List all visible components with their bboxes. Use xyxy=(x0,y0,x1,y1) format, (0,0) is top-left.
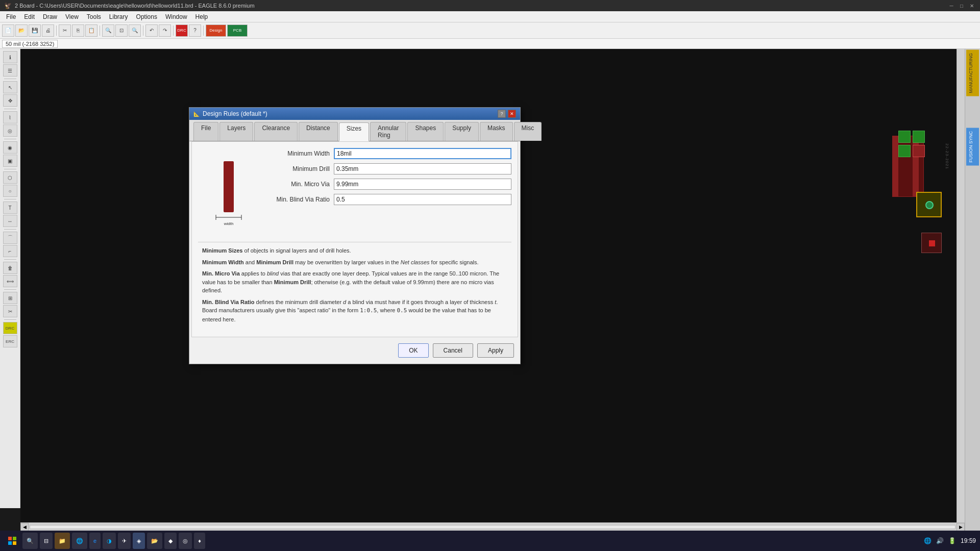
tab-distance[interactable]: Distance xyxy=(299,122,338,141)
menu-help[interactable]: Help xyxy=(191,12,212,21)
maximize-button[interactable]: □ xyxy=(958,2,966,10)
tool-smd[interactable]: ▣ xyxy=(3,155,17,167)
taskbar-eagle[interactable]: ◈ xyxy=(133,533,145,549)
sizes-illustration: width xyxy=(198,148,259,236)
horizontal-scrollbar[interactable]: ◀ ▶ xyxy=(20,522,965,531)
desc-line2: Minimum Width and Minimum Drill may be o… xyxy=(202,258,507,267)
toolbar-new[interactable]: 📄 xyxy=(2,24,14,37)
tool-drc[interactable]: DRC xyxy=(3,322,17,334)
toolbar-pcb-route[interactable]: PCB xyxy=(227,24,248,37)
sizes-panel: width Minimum Width Minimum Drill Min. M… xyxy=(198,148,511,236)
tool-mirror[interactable]: ⟺ xyxy=(3,275,17,287)
taskbar-extra1[interactable]: ◆ xyxy=(164,533,177,549)
taskbar-chrome[interactable]: 🌐 xyxy=(72,533,87,549)
apply-button[interactable]: Apply xyxy=(477,343,514,358)
menu-edit[interactable]: Edit xyxy=(20,12,39,21)
toolbar-copy[interactable]: ⎘ xyxy=(72,24,84,37)
cancel-button[interactable]: Cancel xyxy=(433,343,473,358)
toolbar-zoom-in[interactable]: 🔍 xyxy=(102,24,114,37)
tool-dim[interactable]: ↔ xyxy=(3,215,17,227)
taskbar-folder2[interactable]: 📂 xyxy=(147,533,162,549)
tab-supply[interactable]: Supply xyxy=(445,122,479,141)
manufacturing-tab[interactable]: MANUFACTURING xyxy=(966,50,979,96)
tab-annular-ring[interactable]: Annular Ring xyxy=(370,122,406,141)
tool-info[interactable]: ℹ xyxy=(3,51,17,63)
fusion-sync-tab[interactable]: FUSION SYNC xyxy=(966,128,979,166)
system-time[interactable]: 19:59 xyxy=(961,537,976,544)
tool-cut-group[interactable]: ✂ xyxy=(3,305,17,317)
toolbar-save[interactable]: 💾 xyxy=(29,24,41,37)
taskbar-extra3[interactable]: ♦ xyxy=(194,533,205,549)
toolbar-open[interactable]: 📂 xyxy=(15,24,28,37)
toolbar-undo[interactable]: ↶ xyxy=(145,24,158,37)
coordinate-display: 50 mil (-2168 3252) xyxy=(2,40,58,48)
menu-window[interactable]: Window xyxy=(161,12,191,21)
minimize-button[interactable]: ─ xyxy=(947,2,955,10)
dialog-titlebar: 📐 Design Rules (default *) ? ✕ xyxy=(189,108,520,120)
tool-via[interactable]: ◎ xyxy=(3,124,17,137)
toolbar: 📄 📂 💾 🖨 ✂ ⎘ 📋 🔍 ⊡ 🔍 ↶ ↷ DRC ? Design PCB xyxy=(0,22,980,39)
toolbar-cut[interactable]: ✂ xyxy=(59,24,71,37)
toolbar-zoom-fit[interactable]: ⊡ xyxy=(115,24,128,37)
tool-wire[interactable]: ⌐ xyxy=(3,245,17,257)
menu-view[interactable]: View xyxy=(61,12,83,21)
tool-layers[interactable]: ☰ xyxy=(3,64,17,77)
taskbar-search[interactable]: 🔍 xyxy=(22,533,38,549)
tab-file[interactable]: File xyxy=(193,122,218,141)
scroll-right[interactable]: ▶ xyxy=(957,523,965,531)
tool-delete[interactable]: 🗑 xyxy=(3,262,17,274)
start-button[interactable] xyxy=(4,533,20,549)
tool-select[interactable]: ↖ xyxy=(3,81,17,93)
scroll-left[interactable]: ◀ xyxy=(20,523,29,531)
min-micro-via-input[interactable] xyxy=(334,179,511,190)
tool-arc[interactable]: ⌒ xyxy=(3,232,17,244)
toolbar-zoom-out[interactable]: 🔍 xyxy=(129,24,141,37)
taskbar-telegram[interactable]: ✈ xyxy=(118,533,131,549)
left-toolbar: ℹ ☰ ↖ ✥ ⌇ ◎ ◉ ▣ ⬡ ○ T ↔ ⌒ ⌐ 🗑 ⟺ ⊞ ✂ DRC … xyxy=(0,49,20,508)
toolbar-design-link[interactable]: Design xyxy=(206,24,226,37)
tab-clearance[interactable]: Clearance xyxy=(254,122,298,141)
tool-route[interactable]: ⌇ xyxy=(3,111,17,123)
toolbar-paste[interactable]: 📋 xyxy=(85,24,97,37)
menu-library[interactable]: Library xyxy=(105,12,132,21)
menu-tools[interactable]: Tools xyxy=(83,12,105,21)
tool-circle[interactable]: ○ xyxy=(3,185,17,197)
min-width-label: Minimum Width xyxy=(267,150,334,157)
tab-layers[interactable]: Layers xyxy=(219,122,253,141)
toolbar-help[interactable]: ? xyxy=(189,24,201,37)
menu-file[interactable]: File xyxy=(2,12,20,21)
taskbar-task-view[interactable]: ⊟ xyxy=(40,533,53,549)
tool-move[interactable]: ✥ xyxy=(3,94,17,107)
taskbar-ie[interactable]: e xyxy=(89,533,101,549)
network-icon[interactable]: 🌐 xyxy=(924,537,932,545)
vertical-scrollbar[interactable] xyxy=(957,49,965,522)
toolbar-print[interactable]: 🖨 xyxy=(42,24,54,37)
tool-erc[interactable]: ERC xyxy=(3,335,17,347)
toolbar-drc[interactable]: DRC xyxy=(176,24,188,37)
toolbar-redo[interactable]: ↷ xyxy=(159,24,171,37)
min-blind-via-ratio-input[interactable] xyxy=(334,194,511,205)
tab-masks[interactable]: Masks xyxy=(480,122,513,141)
volume-icon[interactable]: 🔊 xyxy=(936,537,944,545)
ok-button[interactable]: OK xyxy=(398,343,428,358)
min-drill-input[interactable] xyxy=(334,163,511,174)
taskbar-explorer[interactable]: 📁 xyxy=(55,533,70,549)
dialog-app-icon: 📐 xyxy=(193,111,200,117)
tool-pad[interactable]: ◉ xyxy=(3,141,17,154)
taskbar-edge[interactable]: ◑ xyxy=(103,533,116,549)
taskbar-extra2[interactable]: ◎ xyxy=(179,533,192,549)
desc-line3: Min. Micro Via applies to blind vias tha… xyxy=(202,269,507,295)
tab-shapes[interactable]: Shapes xyxy=(407,122,444,141)
dialog-close-button[interactable]: ✕ xyxy=(508,110,516,118)
close-button[interactable]: ✕ xyxy=(968,2,976,10)
tool-text[interactable]: T xyxy=(3,202,17,214)
tab-misc[interactable]: Misc xyxy=(514,122,542,141)
tab-sizes[interactable]: Sizes xyxy=(339,122,369,141)
dialog-help-button[interactable]: ? xyxy=(498,110,506,118)
tool-polygon[interactable]: ⬡ xyxy=(3,171,17,184)
menu-draw[interactable]: Draw xyxy=(39,12,61,21)
tool-group[interactable]: ⊞ xyxy=(3,292,17,304)
menu-options[interactable]: Options xyxy=(132,12,161,21)
min-width-input[interactable] xyxy=(334,148,511,159)
battery-icon[interactable]: 🔋 xyxy=(948,537,957,545)
